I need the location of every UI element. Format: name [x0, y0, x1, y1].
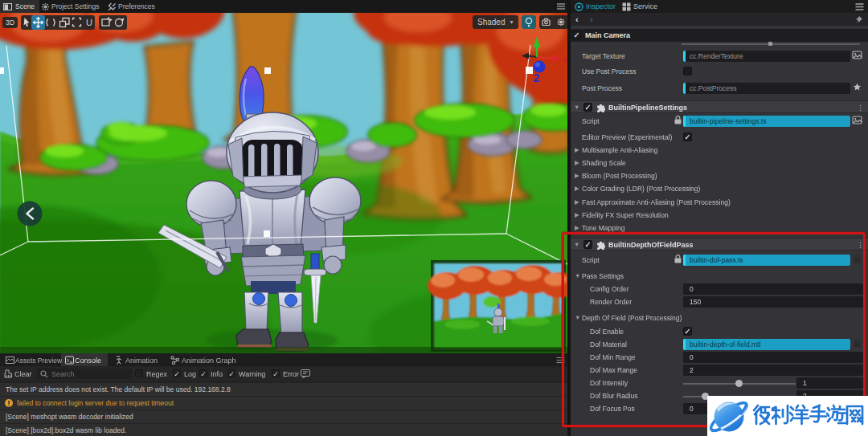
svg-text:2: 2	[534, 71, 540, 84]
svg-text:U: U	[86, 18, 92, 27]
